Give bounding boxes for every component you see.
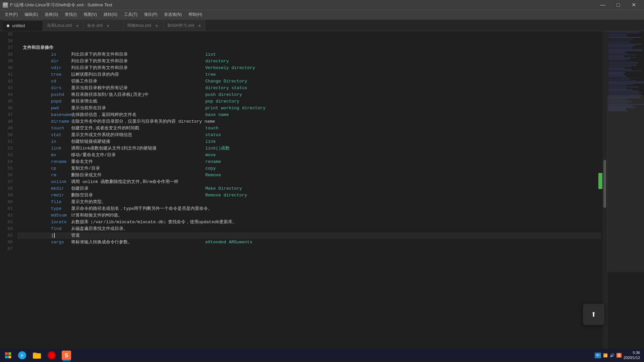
taskbar: eS 中 📶 🔊 S 5:36 2020/1/12	[0, 349, 644, 362]
taskbar-app-ie[interactable]: e	[15, 349, 30, 362]
taskbar-app-sublime[interactable]: S	[59, 349, 74, 362]
code-line-39: dir列出目录下的所有文件和目录directory	[17, 58, 601, 65]
minimap-line	[608, 46, 633, 47]
minimap-line	[608, 76, 627, 77]
code-line-63: locate从数据库（/var/lib/mlocate/mlocate.db）查…	[17, 219, 601, 226]
code-line-55: cp复制文件/目录copy	[17, 165, 601, 172]
desc-text: 将标准输入转换成命令行参数。	[71, 239, 205, 246]
minimap-line	[608, 60, 626, 61]
eng-text: Remove directory	[205, 192, 247, 199]
line-num-59: 59	[0, 192, 13, 199]
line-num-54: 54	[0, 159, 13, 165]
menu-item-首选项(N)[interactable]: 首选项(N)	[161, 10, 185, 19]
eng-text: base name	[205, 112, 229, 118]
minimap-line	[608, 38, 632, 39]
maximize-button[interactable]: □	[610, 0, 626, 10]
cmd-text: link	[17, 145, 71, 152]
cmd-text: pushd	[17, 92, 71, 98]
code-line-54: rename重命名文件rename	[17, 159, 601, 165]
close-button[interactable]: ✕	[626, 0, 641, 10]
menu-item-编辑(E)[interactable]: 编辑(E)	[21, 10, 41, 19]
cmd-text: xargs	[17, 239, 71, 246]
tab-close-btn[interactable]: ×	[198, 23, 201, 28]
upload-button[interactable]: ⬆	[583, 304, 604, 325]
menu-item-项目(P)[interactable]: 项目(P)	[141, 10, 161, 19]
cmd-text: rename	[17, 159, 71, 165]
section-title: 文件和目录操作	[23, 45, 53, 51]
minimap-line	[608, 93, 640, 94]
network-icon: 📶	[603, 353, 608, 358]
line-num-46: 46	[0, 105, 13, 112]
minimap-line	[608, 85, 627, 86]
eng-text: directory status	[205, 85, 247, 92]
tab-close-btn[interactable]: ×	[76, 23, 79, 28]
taskbar-app-recorder[interactable]	[44, 349, 59, 362]
minimap-line	[608, 84, 633, 85]
desc-text: 去除文件名中的非目录部分，仅显示与目录有关的内容 directory name	[71, 118, 215, 125]
code-line-59: rmdir删除空目录Remove directory	[17, 192, 601, 199]
code-content[interactable]: 文件和目录操作ls列出目录下的所有文件和目录listdir列出目录下的所有文件和…	[16, 31, 602, 353]
cmd-text: pwd	[17, 105, 71, 112]
eng-text: rename	[205, 159, 221, 165]
desc-text: 删除目录或文件	[71, 172, 205, 179]
minimap-line	[608, 41, 630, 42]
ime-indicator: 中	[595, 353, 601, 358]
line-num-63: 63	[0, 219, 13, 226]
tab-3[interactable]: 阿铭linux.xml×	[123, 20, 164, 31]
line-num-61: 61	[0, 205, 13, 212]
svg-point-9	[49, 353, 54, 358]
minimap-viewport	[607, 96, 644, 272]
minimap-line	[608, 77, 641, 78]
code-line-62: md5sum计算和校验文件的MD5值。	[17, 212, 601, 219]
scrollbar-thumb[interactable]	[603, 160, 606, 208]
tab-4[interactable]: BASH学习.xml×	[164, 20, 205, 31]
cmd-text: mkdir	[17, 185, 71, 192]
menu-item-帮助(H)[interactable]: 帮助(H)	[185, 10, 206, 19]
desc-text: 列出目录下的所有文件和目录	[71, 51, 205, 58]
eng-text: pop directory	[205, 98, 239, 105]
menu-item-跳转(G)[interactable]: 跳转(G)	[100, 10, 121, 19]
menu-item-工具(T)[interactable]: 工具(T)	[121, 10, 141, 19]
minimize-button[interactable]: —	[595, 0, 610, 10]
tab-1[interactable]: 马哥Linux.xml×	[43, 20, 83, 31]
cmd-text: dirs	[17, 85, 71, 92]
desc-text: 创建软链接或硬链接	[71, 138, 205, 145]
menu-item-查找(I)[interactable]: 查找(I)	[61, 10, 80, 19]
minimap-line	[608, 80, 636, 81]
desc-text: 重命名文件	[71, 159, 205, 165]
cmd-text: vdir	[17, 65, 71, 71]
editor-container: 3536373839404142434445464748495051525354…	[0, 31, 644, 353]
volume-icon: 🔊	[610, 353, 614, 358]
tab-close-btn[interactable]: ×	[155, 23, 158, 28]
minimap-line	[608, 82, 644, 83]
line-numbers: 3536373839404142434445464748495051525354…	[0, 31, 16, 353]
start-button[interactable]	[1, 349, 15, 362]
line-num-64: 64	[0, 226, 13, 232]
sublime-icon: S	[62, 351, 71, 360]
tab-2[interactable]: 命令.xml×	[83, 20, 123, 31]
system-clock: 5:36 2020/1/12	[624, 350, 640, 361]
menu-item-文件(F)[interactable]: 文件(F)	[1, 10, 21, 19]
tab-close-btn[interactable]: ×	[107, 23, 109, 28]
cmd-text: touch	[17, 125, 71, 132]
tab-0[interactable]: untitled	[3, 20, 43, 31]
desc-text: 删除空目录	[71, 192, 205, 199]
menu-item-选择(S)[interactable]: 选择(S)	[41, 10, 61, 19]
line-num-42: 42	[0, 78, 13, 85]
cmd-text: basename	[17, 112, 71, 118]
cmd-text: rmdir	[17, 192, 71, 199]
menu-item-视图(V)[interactable]: 视图(V)	[80, 10, 100, 19]
minimap-line	[608, 58, 630, 59]
minimap-line	[608, 73, 624, 74]
line-num-49: 49	[0, 125, 13, 132]
desc-text: 创建目录	[71, 185, 205, 192]
cmd-text: ln	[17, 138, 71, 145]
taskbar-app-explorer[interactable]	[30, 349, 44, 362]
minimap-line	[608, 49, 643, 50]
code-line-38: ls列出目录下的所有文件和目录list	[17, 51, 601, 58]
line-num-52: 52	[0, 145, 13, 152]
minimap-line	[608, 66, 631, 67]
line-num-60: 60	[0, 199, 13, 205]
line-num-55: 55	[0, 165, 13, 172]
desc-text: 切换工作目录	[71, 78, 205, 85]
